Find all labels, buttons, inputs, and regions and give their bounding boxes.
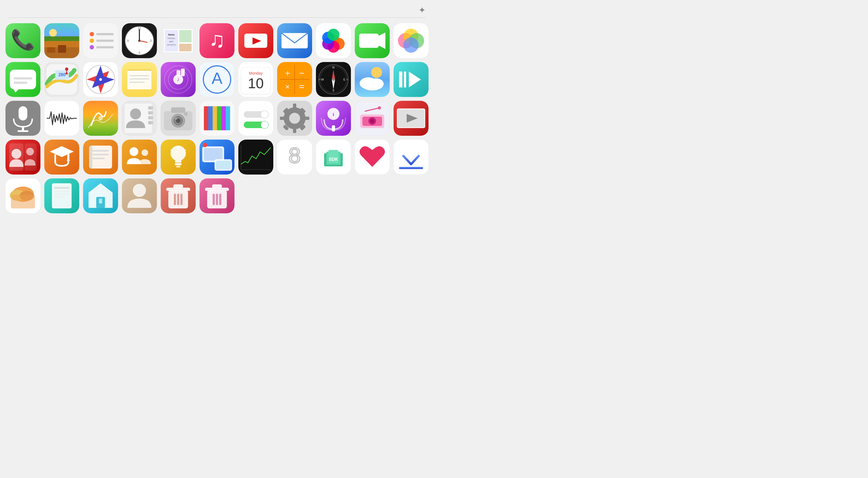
svg-rect-80 [129, 82, 145, 83]
icon-youtube[interactable] [238, 23, 273, 58]
svg-rect-168 [280, 117, 285, 120]
icon-switch[interactable] [238, 101, 273, 136]
svg-rect-266 [216, 194, 218, 205]
icon-music[interactable]: ♫ [199, 23, 235, 58]
icon-calendar[interactable]: Monday10 [238, 62, 273, 97]
icon-graduation[interactable] [44, 139, 79, 174]
icon-facetime[interactable] [355, 23, 390, 58]
icon-persontan[interactable] [122, 178, 157, 213]
icon-sdk[interactable]: SDK [316, 139, 351, 174]
svg-rect-258 [174, 194, 176, 205]
svg-rect-265 [213, 194, 215, 205]
svg-rect-243 [52, 183, 72, 209]
icon-health[interactable] [355, 139, 390, 174]
icon-mail[interactable] [277, 23, 312, 58]
svg-point-131 [98, 116, 103, 121]
svg-text:A: A [212, 69, 222, 87]
icon-clock[interactable]: 12369 [122, 23, 157, 58]
icon-homekit[interactable] [83, 178, 118, 213]
svg-point-165 [291, 115, 299, 122]
svg-text:♫: ♫ [209, 28, 225, 52]
icon-ibooks[interactable] [199, 101, 235, 136]
icon-reminders[interactable] [83, 23, 118, 58]
icon-gamecenter[interactable] [394, 23, 429, 58]
icon-appstore[interactable]: A [199, 62, 235, 97]
icon-trashpink[interactable] [199, 178, 235, 213]
svg-rect-210 [175, 160, 182, 162]
icon-voicememos[interactable] [44, 101, 79, 136]
svg-rect-264 [212, 184, 222, 188]
icon-radio[interactable] [355, 101, 390, 136]
icon-podcast[interactable]: i [316, 101, 351, 136]
svg-rect-86 [181, 69, 185, 76]
icon-itunes[interactable]: ♪ [161, 62, 196, 97]
svg-rect-154 [213, 106, 218, 130]
svg-point-160 [261, 110, 268, 118]
svg-text:=: = [299, 82, 305, 91]
svg-rect-32 [179, 30, 192, 42]
icon-facecontact[interactable] [5, 139, 40, 174]
svg-text:C: C [149, 117, 151, 119]
svg-point-74 [99, 78, 102, 81]
icon-ios8[interactable]: 8 [277, 139, 312, 174]
icon-newsstand[interactable]: NewsTRAVELARTSPORTS [161, 23, 196, 58]
icon-trashred[interactable] [161, 178, 196, 213]
icon-scenic[interactable] [44, 23, 79, 58]
svg-point-162 [261, 121, 268, 129]
svg-text:+: + [285, 68, 290, 78]
svg-rect-222 [238, 139, 273, 174]
svg-rect-204 [92, 158, 105, 159]
icon-weather[interactable] [355, 62, 390, 97]
svg-rect-7 [47, 47, 55, 53]
icon-lightbulb[interactable] [161, 139, 196, 174]
svg-rect-13 [96, 33, 114, 35]
svg-rect-128 [18, 130, 28, 132]
svg-rect-59 [14, 77, 32, 79]
svg-text:📞: 📞 [11, 28, 35, 51]
icon-imovie[interactable] [394, 62, 429, 97]
icon-dayone[interactable] [83, 101, 118, 136]
icon-contacts[interactable]: ABCD [122, 101, 157, 136]
svg-text:12: 12 [138, 27, 141, 30]
icon-screenmirror[interactable] [199, 139, 235, 174]
icon-phone[interactable]: 📞 [5, 23, 40, 58]
svg-text:6: 6 [138, 51, 140, 54]
logo-scribble: ✦ [418, 5, 426, 15]
svg-point-193 [11, 149, 21, 159]
icon-safari[interactable] [83, 62, 118, 97]
icon-cloudmovie[interactable] [5, 178, 40, 213]
svg-text:E: E [343, 78, 345, 81]
icon-notes[interactable] [122, 62, 157, 97]
icon-compass[interactable]: NESW [316, 62, 351, 97]
svg-rect-156 [221, 106, 226, 130]
svg-text:D: D [149, 122, 151, 124]
svg-point-115 [346, 79, 348, 80]
icons-grid: 📞12369NewsTRAVELARTSPORTS♫280♪AMonday10+… [0, 21, 434, 219]
icon-messages[interactable] [5, 62, 40, 97]
svg-rect-203 [92, 154, 109, 155]
icon-maps[interactable]: 280 [44, 62, 79, 97]
svg-point-194 [26, 148, 34, 155]
svg-text:W: W [321, 78, 324, 81]
icon-videoscreen[interactable] [394, 101, 429, 136]
svg-rect-153 [208, 106, 213, 130]
svg-text:3: 3 [150, 39, 152, 42]
icon-download[interactable] [394, 139, 429, 174]
svg-point-6 [49, 29, 57, 37]
icon-calculator[interactable]: +−×= [277, 62, 312, 97]
icon-family[interactable] [122, 139, 157, 174]
icon-pages[interactable] [44, 178, 79, 213]
icon-photos[interactable] [316, 23, 351, 58]
icon-settings[interactable] [277, 101, 312, 136]
svg-point-10 [90, 32, 94, 36]
svg-text:×: × [285, 83, 290, 91]
icon-camera[interactable] [161, 101, 196, 136]
svg-text:ART: ART [169, 40, 174, 43]
meta-block: ✦ [413, 5, 426, 15]
icon-microphone[interactable] [5, 101, 40, 136]
svg-rect-166 [293, 103, 296, 109]
icon-ibook[interactable] [83, 139, 118, 174]
icon-stocks[interactable] [238, 139, 273, 174]
svg-rect-212 [176, 166, 180, 167]
svg-rect-241 [11, 195, 35, 209]
